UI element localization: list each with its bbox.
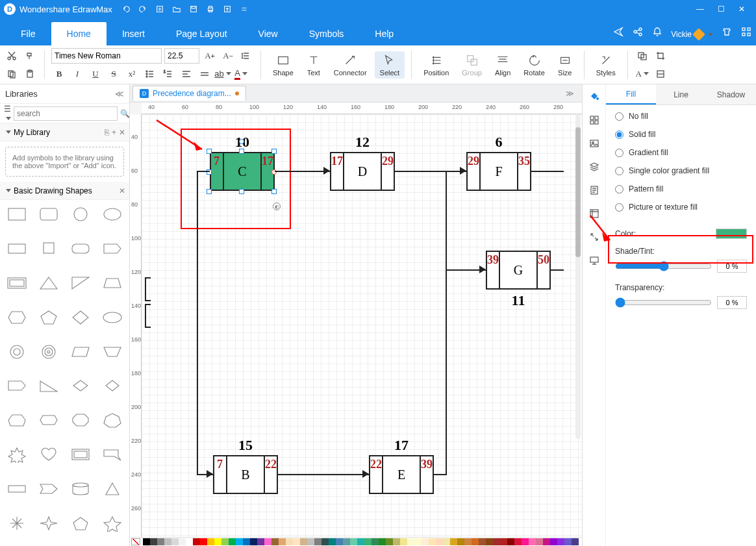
align-left-icon[interactable]: [179, 66, 194, 82]
menu-page-layout[interactable]: Page Layout: [160, 22, 243, 45]
palette-swatch[interactable]: [393, 538, 400, 545]
text-effects-icon[interactable]: ab: [215, 66, 231, 82]
menu-home[interactable]: Home: [51, 22, 107, 45]
palette-swatch[interactable]: [236, 538, 243, 545]
format-painter-icon[interactable]: [22, 48, 38, 64]
palette-swatch[interactable]: [472, 538, 479, 545]
transparency-slider[interactable]: [615, 297, 712, 308]
shape-rounded-rect[interactable]: [34, 203, 64, 226]
node-e[interactable]: 17 E 22 39: [369, 455, 434, 494]
palette-nofill[interactable]: [131, 538, 140, 545]
collapse-right-icon[interactable]: ≫: [560, 89, 579, 98]
sel-handle-se[interactable]: [271, 189, 277, 194]
palette-swatch[interactable]: [557, 538, 564, 545]
rotate-handle[interactable]: [239, 139, 244, 144]
search-input[interactable]: [14, 106, 118, 121]
palette-swatch[interactable]: [500, 538, 507, 545]
palette-swatch[interactable]: [243, 538, 250, 545]
shape-frame[interactable]: [3, 271, 32, 295]
bell-icon[interactable]: [648, 27, 667, 45]
line-spacing-icon[interactable]: [238, 48, 254, 64]
shape-triangle2[interactable]: [34, 374, 64, 397]
node-f[interactable]: 6 F 29 35: [466, 152, 531, 191]
palette-swatch[interactable]: [293, 538, 300, 545]
shape-parallelogram[interactable]: [66, 340, 95, 364]
shade-value[interactable]: [717, 260, 747, 273]
palette-swatch[interactable]: [221, 538, 229, 545]
rtab-present-icon[interactable]: [586, 252, 603, 269]
shape-slab[interactable]: [3, 477, 32, 501]
shape-star5[interactable]: [97, 512, 127, 535]
mylibrary-section[interactable]: My Library: [14, 128, 50, 137]
match-icon[interactable]: [653, 66, 668, 82]
rtab-dimension-icon[interactable]: [586, 205, 603, 222]
shape-arrow-rect[interactable]: [3, 374, 32, 397]
palette-swatch[interactable]: [286, 538, 293, 545]
sel-handle-s[interactable]: [239, 189, 244, 194]
palette-swatch[interactable]: [314, 538, 321, 545]
palette-swatch[interactable]: [257, 538, 264, 545]
palette-swatch[interactable]: [429, 538, 436, 545]
numbering-icon[interactable]: 1: [160, 66, 176, 82]
palette-swatch[interactable]: [572, 538, 579, 545]
text-a-icon[interactable]: A: [635, 66, 650, 82]
rtab-page-icon[interactable]: [586, 182, 603, 199]
radio-single[interactable]: Single color gradient fill: [615, 166, 747, 175]
shape-oval[interactable]: [97, 306, 127, 329]
palette-swatch[interactable]: [157, 538, 164, 545]
increase-font-icon[interactable]: A+: [202, 48, 218, 64]
collapse-left-icon[interactable]: ≪: [115, 89, 124, 99]
shape-callout[interactable]: [97, 443, 127, 466]
node-g[interactable]: G 39 50 11: [486, 251, 551, 290]
redo-icon[interactable]: [136, 2, 150, 16]
shape-hexagon[interactable]: [3, 306, 32, 329]
palette-swatch[interactable]: [493, 538, 500, 545]
add-lib-icon[interactable]: +: [112, 128, 116, 137]
shape-cross[interactable]: [3, 512, 32, 535]
palette-swatch[interactable]: [321, 538, 329, 545]
canvas[interactable]: 10 C 7 17 ◐ 12 D: [142, 114, 582, 537]
palette-swatch[interactable]: [279, 538, 286, 545]
import-lib-icon[interactable]: ⎘: [105, 128, 109, 137]
bold-button[interactable]: B: [51, 66, 67, 82]
palette-swatch[interactable]: [507, 538, 514, 545]
palette-swatch[interactable]: [336, 538, 343, 545]
shape-star4[interactable]: [34, 512, 64, 535]
palette-swatch[interactable]: [514, 538, 522, 545]
palette-swatch[interactable]: [179, 538, 186, 545]
palette-swatch[interactable]: [186, 538, 193, 545]
palette-swatch[interactable]: [414, 538, 422, 545]
layers-icon[interactable]: [635, 48, 650, 64]
underline-button[interactable]: U: [88, 66, 103, 82]
shape-can[interactable]: [66, 477, 95, 501]
menu-file[interactable]: File: [5, 22, 51, 45]
share-icon[interactable]: [628, 27, 648, 45]
rtab-expand-icon[interactable]: [586, 229, 603, 245]
radio-picture[interactable]: Picture or texture fill: [615, 203, 747, 212]
shape-square[interactable]: [34, 237, 64, 260]
shape-octagon[interactable]: [66, 408, 95, 432]
palette-swatch[interactable]: [364, 538, 372, 545]
basic-shapes-section[interactable]: Basic Drawing Shapes: [14, 186, 92, 195]
palette-swatch[interactable]: [386, 538, 393, 545]
print-icon[interactable]: [203, 2, 218, 16]
palette-swatch[interactable]: [214, 538, 221, 545]
palette-swatch[interactable]: [443, 538, 450, 545]
italic-button[interactable]: I: [69, 66, 85, 82]
shape-rect[interactable]: [3, 203, 32, 226]
palette-swatch[interactable]: [450, 538, 457, 545]
palette-swatch[interactable]: [522, 538, 529, 545]
save-icon[interactable]: [186, 2, 201, 16]
palette-swatch[interactable]: [550, 538, 557, 545]
more-icon[interactable]: [237, 2, 251, 16]
shape-tag[interactable]: [34, 477, 64, 501]
palette-swatch[interactable]: [193, 538, 200, 545]
shape-ellipse[interactable]: [97, 203, 127, 226]
menu-symbols[interactable]: Symbols: [294, 22, 360, 45]
shape-heptagon[interactable]: [3, 408, 32, 432]
minimize-button[interactable]: —: [690, 5, 711, 14]
close-button[interactable]: ✕: [731, 5, 752, 14]
cut-icon[interactable]: [4, 48, 19, 64]
palette-swatch[interactable]: [343, 538, 350, 545]
close-lib-icon[interactable]: ✕: [119, 128, 125, 137]
